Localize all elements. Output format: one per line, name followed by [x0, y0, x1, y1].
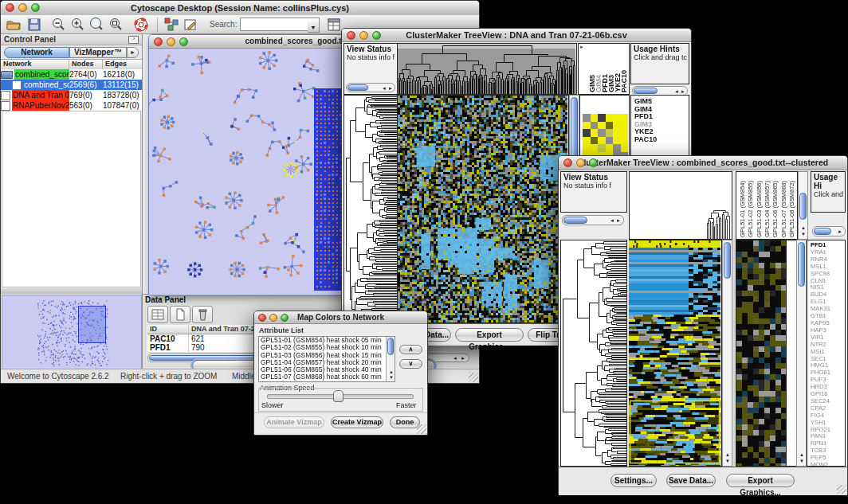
close-icon[interactable] — [563, 158, 572, 167]
scroll-up-icon[interactable]: ▲ — [799, 452, 804, 457]
window-resize-grip[interactable] — [469, 373, 478, 382]
dialog-titlebar[interactable]: Map Colors to Network — [254, 311, 427, 324]
settings-button[interactable]: Settings... — [610, 474, 657, 487]
zoom-window-icon[interactable] — [281, 314, 289, 322]
minimize-icon[interactable] — [576, 158, 585, 167]
annotation-icon[interactable] — [183, 17, 198, 33]
col-network[interactable]: Network — [1, 60, 69, 69]
close-icon[interactable] — [6, 3, 14, 12]
tv1-row-dendrogram[interactable] — [344, 95, 398, 323]
scrollbar-thumb[interactable] — [814, 228, 831, 235]
zoom-selected-icon[interactable] — [108, 17, 124, 33]
scroll-down-icon[interactable]: ▼ — [799, 459, 804, 463]
animate-vizmap-button[interactable]: Animate Vizmap — [264, 416, 324, 428]
scroll-right-icon[interactable]: ► — [681, 89, 685, 94]
scroll-right-icon[interactable]: ► — [388, 86, 393, 91]
scrollbar-thumb[interactable] — [563, 217, 587, 224]
export-graphics-button[interactable]: Export Graphics... — [455, 328, 524, 342]
zoom-window-icon[interactable] — [179, 37, 188, 46]
move-down-button[interactable]: ∨ — [399, 359, 422, 369]
tv2-heatmap[interactable] — [629, 240, 722, 467]
tv1-heatmap[interactable] — [398, 95, 569, 323]
scroll-up-icon[interactable]: ▲ — [801, 225, 806, 230]
scroll-left-icon[interactable]: ◄ — [610, 218, 614, 223]
attribute-table-icon[interactable] — [326, 17, 342, 33]
panel-splitter[interactable] — [1, 288, 143, 294]
create-vizmap-button[interactable]: Create Vizmap — [331, 416, 383, 428]
zoom-window-icon[interactable] — [31, 3, 40, 12]
scrollbar-thumb[interactable] — [634, 88, 658, 94]
scroll-right-icon[interactable]: ► — [616, 218, 621, 223]
zoom-window-icon[interactable] — [589, 158, 598, 167]
tv1-status-hscrollbar[interactable]: ◄ ► — [346, 83, 395, 92]
close-icon[interactable] — [154, 37, 163, 46]
network-list-empty-area[interactable] — [2, 111, 141, 287]
tv2-gene-list[interactable]: PFD1YRA1RNR4MSL1SPC98CLN1NIS1BUD4ELG1MAK… — [807, 240, 846, 467]
scroll-left-icon[interactable]: ◄ — [382, 86, 387, 91]
search-dropdown-button[interactable]: ▼ — [308, 18, 320, 33]
network-row-combined-sco-selected[interactable]: combined_sco 2569(6) 13112(15) — [1, 80, 143, 90]
move-up-button[interactable]: ∧ — [399, 345, 422, 354]
vizmapper-icon[interactable] — [163, 17, 179, 33]
tv2-hints-hscrollbar[interactable]: ► — [812, 226, 846, 236]
scroll-down-icon[interactable]: ▼ — [725, 459, 730, 463]
tv2-status-hscrollbar[interactable]: ◄ ► — [562, 215, 624, 225]
minimize-icon[interactable] — [167, 37, 175, 46]
delete-attribute-button[interactable] — [192, 306, 213, 323]
tab-overflow-button[interactable]: ► — [127, 47, 139, 58]
minimize-icon[interactable] — [18, 3, 27, 12]
close-icon[interactable] — [347, 31, 355, 40]
main-titlebar[interactable]: Cytoscape Desktop (Session Name: collins… — [1, 1, 479, 16]
save-data-button[interactable]: Save Data... — [666, 474, 716, 487]
search-input[interactable] — [240, 18, 310, 31]
scrollbar-thumb[interactable] — [724, 242, 731, 279]
export-graphics-button[interactable]: Export Graphics... — [726, 474, 795, 487]
tv2-genes-vscrollbar[interactable]: ▲ ▼ — [796, 240, 807, 467]
tv1-column-dendrogram[interactable] — [398, 43, 577, 95]
col-edges[interactable]: Edges — [103, 60, 143, 69]
help-lifesaver-icon[interactable] — [133, 17, 149, 33]
scroll-down-icon[interactable]: ▼ — [389, 375, 394, 380]
scroll-down-icon[interactable]: ▼ — [801, 232, 806, 236]
network-overview-thumbnail[interactable] — [2, 295, 142, 369]
dialog-resize-grip[interactable] — [417, 424, 426, 434]
scroll-left-icon[interactable]: ◄ — [453, 356, 457, 361]
treeview1-titlebar[interactable]: ClusterMaker TreeView : DNA and Tran 07-… — [342, 29, 691, 42]
scrollbar-thumb[interactable] — [799, 193, 807, 220]
col-nodes[interactable]: Nodes — [69, 60, 103, 69]
scrollbar-thumb[interactable] — [347, 84, 368, 91]
zoom-fit-icon[interactable] — [88, 17, 104, 33]
col-id[interactable]: ID — [147, 325, 189, 334]
network-row-rnapuber[interactable]: RNAPuberNov2+I 563(0) 107847(0) — [1, 100, 143, 111]
zoom-window-icon[interactable] — [372, 31, 381, 40]
float-panel-icon[interactable]: ↗ — [128, 36, 139, 44]
treeview2-titlebar[interactable]: ClusterMaker TreeView : combined_scores_… — [559, 156, 847, 170]
zoom-in-icon[interactable] — [69, 17, 85, 33]
done-button[interactable]: Done — [390, 416, 420, 428]
attribute-list-item[interactable]: GPL51-07 (GSM868) heat shock 60 min — [259, 373, 395, 381]
tv2-zoom-heatmap[interactable] — [736, 240, 787, 467]
open-folder-icon[interactable] — [6, 17, 22, 33]
scrollbar-thumb[interactable] — [387, 338, 394, 355]
tab-network[interactable]: Network — [4, 47, 69, 58]
network-row-dna-tran[interactable]: DNA and Tran 07 769(0) 183728(0) — [1, 90, 143, 100]
scroll-up-icon[interactable]: ▲ — [725, 452, 730, 457]
attribute-list[interactable]: GPL51-01 (GSM854) heat shock 05 minGPL51… — [258, 336, 395, 382]
close-icon[interactable] — [258, 314, 266, 322]
window-resize-grip[interactable] — [837, 485, 846, 494]
attribute-list-vscrollbar[interactable]: ▲ ▼ — [386, 337, 395, 381]
select-attributes-button[interactable] — [147, 306, 168, 323]
new-attribute-button[interactable] — [170, 306, 190, 323]
minimize-icon[interactable] — [359, 31, 368, 40]
tv2-row-dendrogram[interactable] — [560, 240, 627, 467]
scroll-right-icon[interactable]: ► — [838, 229, 842, 234]
scroll-left-icon[interactable]: ◄ — [674, 89, 679, 94]
save-icon[interactable] — [26, 17, 42, 33]
tv2-column-dendrogram[interactable] — [629, 171, 732, 240]
network-row-combined-scores[interactable]: combined_scores 2764(0) 16218(0) — [1, 69, 143, 80]
tv2-heatmap-vscrollbar[interactable]: ▲ ▼ — [722, 240, 732, 467]
similarity-matrix[interactable] — [583, 114, 628, 159]
tv2-labels-vscrollbar[interactable]: ▲ ▼ — [798, 171, 808, 240]
scroll-right-icon[interactable]: ► — [461, 356, 465, 361]
scrollbar-thumb[interactable] — [798, 242, 805, 287]
